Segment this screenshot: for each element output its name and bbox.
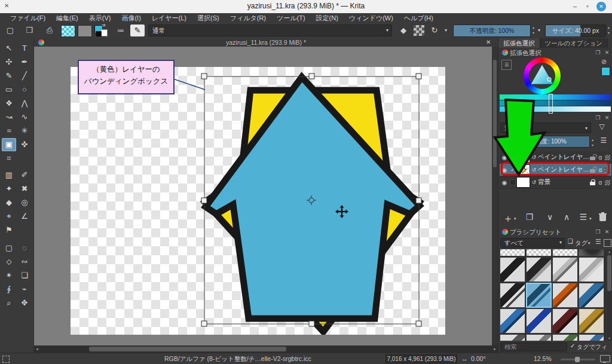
zoom-slider[interactable] [561,359,595,360]
presets-menu-icon[interactable]: ☰ [594,238,602,246]
brush-search-input[interactable]: 検索 [500,342,567,351]
unlock-icon[interactable] [590,154,596,161]
opacity-dropdown-icon[interactable]: ▾ [445,27,447,33]
pattern-swatch[interactable] [61,25,75,37]
handle-middle-left[interactable] [201,198,207,203]
float-docker-icon[interactable]: ❐ [594,48,602,57]
brush-preset-blender[interactable] [579,249,604,256]
freehand-brush-tool[interactable]: ✎ [2,69,16,82]
freehand-path-tool[interactable]: ∿ [17,111,32,124]
text-tool[interactable]: T [17,42,32,55]
polyline-tool[interactable]: ⋀ [17,97,32,110]
contiguous-select-tool[interactable]: ✴ [2,269,16,282]
new-document-icon[interactable]: ▢ [4,25,17,36]
brush-preset-marker[interactable] [579,257,604,282]
properties-dropdown-icon[interactable]: ▾ [589,216,592,221]
zoom-slider-thumb[interactable] [575,357,580,362]
alpha-lock-icon[interactable]: α [597,154,604,161]
menu-edit[interactable]: 編集(E) [51,13,84,23]
delete-layer-icon[interactable] [599,213,607,221]
crop-tool[interactable]: ⌗ [2,152,16,165]
save-document-icon[interactable]: ⎙ [43,25,56,36]
polygon-select-tool[interactable]: ⬦ [2,255,16,268]
rect-select-tool[interactable]: ▢ [2,241,16,255]
current-color-swatch[interactable] [601,67,610,76]
layer-filter-funnel-icon[interactable]: ▽ [595,123,608,131]
hue-ring[interactable] [524,57,561,94]
measure-tool[interactable]: ∠ [17,210,32,223]
tag-dropdown-icon[interactable]: ▾ [588,241,590,246]
brush-filter-dropdown[interactable]: すべて ▾ [500,238,565,247]
tab-tool-options[interactable]: ツールのオプション [540,38,608,48]
move-layer-down-icon[interactable]: ∨ [543,212,557,222]
handle-bottom-center[interactable] [309,321,314,326]
size-slider[interactable]: サイズ: 40.00 px [545,25,606,37]
menu-window[interactable]: ウィンドウ(W) [344,13,399,23]
ellipse-tool[interactable]: ○ [17,83,32,96]
menu-select[interactable]: 選択(S) [192,13,225,23]
tag-button-label[interactable]: タグ [575,238,588,247]
move-layer-up-icon[interactable]: ∧ [559,212,574,222]
size-dropdown-icon[interactable]: ▾ [538,27,540,33]
brush-scroll-thumb[interactable] [607,255,611,291]
brush-preset-pencil[interactable] [579,308,604,334]
zoom-tool[interactable]: ⌕ [2,296,16,310]
fill-tool[interactable]: ◆ [2,196,16,209]
brush-preset-ink-pen[interactable] [526,257,552,282]
inherit-alpha-icon[interactable] [605,180,610,185]
handle-top-right[interactable] [416,74,421,79]
brush-preset-paint-brush[interactable] [552,283,578,308]
transform-tool[interactable]: ▣ [2,138,16,151]
move-tool[interactable]: ✜ [17,138,32,151]
handle-middle-right[interactable] [416,198,421,203]
scroll-up-icon[interactable]: ▴ [607,249,612,254]
duplicate-layer-icon[interactable]: ❐ [522,212,537,222]
brush-preset-ink-pen[interactable] [500,257,525,282]
rotation-icon[interactable]: ↔ [461,355,468,362]
enclose-fill-tool[interactable]: ◎ [17,196,32,209]
close-docker-icon[interactable]: ✕ [603,48,611,57]
handle-top-center[interactable] [309,74,314,79]
assistants-tool[interactable]: ⌖ [2,210,16,223]
edit-brush-settings-icon[interactable]: ✎ [130,25,145,36]
reference-images-tool[interactable]: ⚑ [2,224,16,237]
menu-settings[interactable]: 設定(N) [311,13,344,23]
brush-preset-marker[interactable] [552,257,578,282]
dynamic-brush-tool[interactable]: ≈ [2,124,16,137]
tag-icon[interactable]: ❑ [568,238,573,244]
brush-preset-brush-pen[interactable] [500,283,525,308]
line-tool[interactable]: ╱ [17,69,32,82]
handle-bottom-right[interactable] [416,321,421,326]
layers-menu-icon[interactable]: ☰ [598,136,610,145]
inherit-alpha-icon[interactable] [605,155,610,160]
smart-patch-tool[interactable]: ✖ [17,182,32,195]
brush-preset-pencil[interactable] [579,283,604,308]
brush-preset-pen[interactable] [552,334,578,341]
minimize-button[interactable]: – [570,2,580,11]
edit-shapes-tool[interactable]: ✣ [2,56,16,69]
layer-style-icon[interactable]: ↺ [530,179,538,185]
rectangle-tool[interactable]: ▭ [2,83,16,96]
canvas-rotation-value[interactable]: 0.00° [471,355,486,362]
preserve-alpha-icon[interactable] [414,25,424,36]
layer-opacity-spinner[interactable]: ▴▾ [590,137,595,148]
canvas-hscrollbar[interactable]: ◂ ▸ [34,345,498,353]
similar-select-tool[interactable]: ❏ [17,269,32,282]
foreground-background-colors[interactable]: ⇄ [94,25,109,36]
size-spinner[interactable]: ▴▾ [606,25,611,36]
blend-mode-dropdown[interactable]: 通常 ▾ [148,25,392,36]
hscroll-thumb[interactable] [89,347,286,351]
visibility-eye-icon[interactable]: ◉ [500,179,509,186]
choose-brush-preset-icon[interactable]: ≔ [114,25,128,36]
brush-close-icon[interactable]: ✕ [603,228,611,236]
selection-mode-icon[interactable] [2,356,10,363]
polygon-tool[interactable]: ❖ [2,97,16,110]
menu-file[interactable]: ファイル(F) [5,13,51,23]
presets-display-icon[interactable] [604,239,611,247]
menu-tools[interactable]: ツール(T) [271,13,311,23]
hscroll-right-icon[interactable]: ▸ [492,345,498,353]
layer-name[interactable]: 背景 [538,178,589,186]
add-layer-dropdown-icon[interactable]: ▾ [514,216,516,221]
brush-preset-pen[interactable] [552,308,578,334]
canvas-vscrollbar[interactable] [492,47,498,345]
